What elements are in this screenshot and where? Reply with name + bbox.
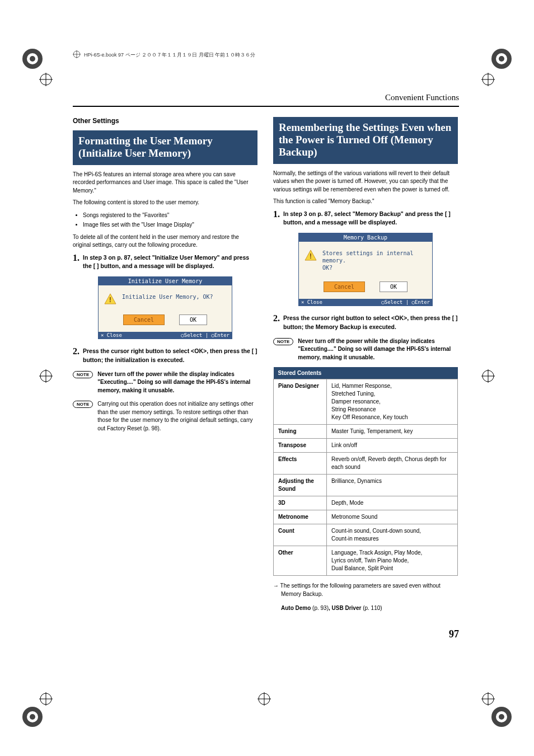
initialize-banner: Formatting the User Memory (Initialize U… (73, 130, 257, 165)
ok-button[interactable]: OK (380, 281, 407, 292)
regmark-br-outer (490, 706, 513, 728)
dialog-footer: × Close ◯Select | ◯Enter (299, 299, 432, 306)
step-body: In step 3 on p. 87, select "Memory Backu… (283, 210, 458, 228)
footer-close: × Close (301, 299, 322, 305)
cancel-button[interactable]: Cancel (324, 281, 365, 292)
header-metadata: HPi-6S-e.book 97 ページ ２００７年１１月１９日 月曜日 午前１… (73, 50, 459, 59)
table-row: Adjusting the SoundBrilliance, Dynamics (274, 475, 458, 496)
content-area: HPi-6S-e.book 97 ページ ２００７年１１月１９日 月曜日 午前１… (73, 50, 459, 612)
dialog-message: Stores settings in internal memory. OK? (322, 250, 427, 271)
columns: Other Settings Formatting the User Memor… (73, 117, 459, 612)
footnote-1: → The settings for the following paramet… (273, 581, 458, 598)
target-icon (73, 50, 81, 59)
table-row: MetronomeMetronome Sound (274, 510, 458, 524)
svg-text:!: ! (310, 252, 312, 260)
regmark-bl-outer (21, 706, 44, 728)
step-body: In step 3 on p. 87, select "Initialize U… (83, 253, 257, 271)
header-meta-text: HPi-6S-e.book 97 ページ ２００７年１１月１９日 月曜日 午前１… (84, 51, 255, 59)
table-row: TuningMaster Tunig, Temperament, key (274, 425, 458, 439)
left-step-1: 1. In step 3 on p. 87, select "Initializ… (73, 253, 257, 271)
dialog-body: ! Stores settings in internal memory. OK… (299, 242, 432, 299)
left-p1: The HPi-6S features an internal storage … (73, 171, 257, 195)
regmark-target-mr (481, 369, 495, 383)
table-row: CountCount-in sound, Count-down sound, C… (274, 524, 458, 546)
table-row: TransposeLink on/off (274, 439, 458, 453)
table-row: EffectsReverb on/off, Reverb depth, Chor… (274, 453, 458, 475)
divider (73, 106, 459, 107)
step-text: In step 3 on p. 87, select "Initialize U… (83, 254, 249, 270)
note-text: Never turn off the power while the displ… (97, 370, 257, 395)
note-badge: NOTE (273, 338, 293, 345)
breadcrumb: Convenient Functions (73, 93, 459, 102)
bullet-item: Songs registered to the "Favorites" (83, 211, 257, 219)
step-number: 1. (73, 253, 79, 262)
regmark-target-tl (39, 73, 53, 86)
page: HPi-6S-e.book 97 ページ ２００７年１１月１９日 月曜日 午前１… (0, 0, 534, 756)
footnote-2: Auto Demo (p. 93), USB Driver (p. 110) (273, 604, 458, 612)
regmark-target-bc (257, 692, 271, 706)
note-text: Carrying out this operation does not ini… (97, 400, 257, 433)
step-body: Press the cursor right button to select … (283, 314, 458, 332)
note-2: NOTE Carrying out this operation does no… (73, 400, 257, 433)
table-header: Stored Contents (274, 367, 458, 379)
dialog-message: Initialize User Memory, OK? (122, 293, 213, 300)
stored-contents-table: Stored Contents Piano DesignerLid, Hamme… (273, 367, 458, 576)
regmark-target-tr (481, 73, 495, 86)
left-p3: To delete all of the content held in the… (73, 233, 257, 250)
dialog-title: Initialize User Memory (99, 277, 232, 285)
right-p2: This function is called "Memory Backup." (273, 198, 458, 206)
left-p2: The following content is stored to the u… (73, 199, 257, 207)
other-settings-heading: Other Settings (73, 117, 257, 125)
memory-backup-dialog: Memory Backup ! Stores settings in inter… (298, 233, 433, 306)
warning-icon: ! (305, 250, 317, 261)
left-column: Other Settings Formatting the User Memor… (73, 117, 257, 612)
bullet-item: Image files set with the "User Image Dis… (83, 220, 257, 229)
right-column: Remembering the Settings Even when the P… (273, 117, 458, 612)
svg-point-11 (499, 714, 504, 720)
right-p1: Normally, the settings of the various va… (273, 170, 458, 194)
note-badge: NOTE (73, 371, 93, 378)
memory-backup-banner: Remembering the Settings Even when the P… (273, 117, 458, 164)
warning-icon: ! (104, 293, 116, 304)
ok-button[interactable]: OK (179, 314, 207, 325)
footer-select-enter: ◯Select | ◯Enter (381, 299, 430, 305)
step-number: 2. (73, 347, 79, 356)
footer-select-enter: ◯Select | ◯Enter (181, 332, 229, 338)
dialog-footer: × Close ◯Select | ◯Enter (99, 332, 232, 339)
table-row: 3DDepth, Mode (274, 496, 458, 510)
note-text: Never turn off the power while the displ… (298, 337, 458, 362)
regmark-target-br (481, 692, 495, 706)
note-1: NOTE Never turn off the power while the … (73, 370, 257, 395)
initialize-dialog: Initialize User Memory ! Initialize User… (98, 276, 232, 339)
regmark-target-bl (39, 692, 53, 706)
right-step-2: 2. Press the cursor right button to sele… (273, 314, 458, 332)
regmark-tr-outer (490, 48, 513, 70)
dialog-body: ! Initialize User Memory, OK? Cancel OK (99, 285, 232, 332)
step-number: 1. (273, 210, 280, 219)
regmark-tl-outer (21, 48, 44, 70)
svg-point-8 (30, 714, 35, 720)
cancel-button[interactable]: Cancel (123, 314, 165, 325)
svg-point-5 (499, 56, 504, 62)
svg-text:!: ! (109, 296, 111, 304)
regmark-target-ml (39, 369, 53, 383)
right-note: NOTE Never turn off the power while the … (273, 337, 458, 362)
bullet-list: Songs registered to the "Favorites" Imag… (73, 211, 257, 229)
step-body: Press the cursor right button to select … (83, 347, 257, 365)
svg-point-2 (30, 56, 35, 62)
left-step-2: 2. Press the cursor right button to sele… (73, 347, 257, 365)
step-number: 2. (273, 314, 280, 323)
dialog-title: Memory Backup (299, 233, 432, 242)
right-step-1: 1. In step 3 on p. 87, select "Memory Ba… (273, 210, 458, 228)
table-row: OtherLanguage, Track Assign, Play Mode, … (274, 546, 458, 576)
footer-close: × Close (101, 332, 122, 338)
note-badge: NOTE (73, 401, 93, 408)
page-number: 97 (449, 628, 459, 640)
table-row: Piano DesignerLid, Hammer Response, Stre… (274, 379, 458, 425)
